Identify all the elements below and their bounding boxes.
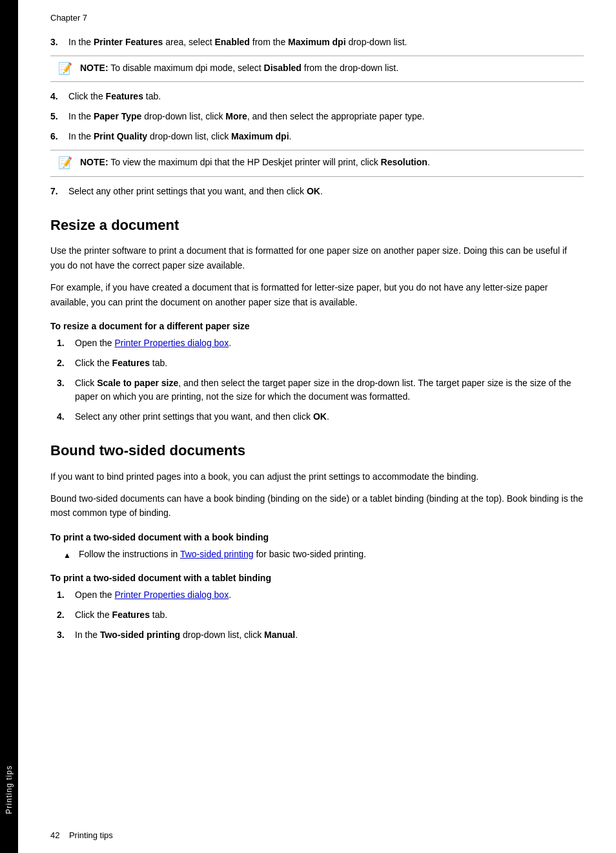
resize-step-3: 3. Click Scale to paper size, and then s… — [57, 376, 584, 404]
two-sided-link[interactable]: Two-sided printing — [180, 549, 254, 559]
bound-subsection2-heading: To print a two-sided document with a tab… — [50, 573, 584, 583]
step-6-num: 6. — [50, 130, 68, 143]
resize-step-3-content: Click Scale to paper size, and then sele… — [75, 376, 584, 404]
step4-bold: Features — [106, 91, 143, 101]
bound-step-2: 2. Click the Features tab. — [57, 608, 584, 622]
resize-step3-bold: Scale to paper size — [97, 378, 178, 388]
bound-step-2-num: 2. — [57, 608, 75, 622]
bound-heading: Bound two-sided documents — [50, 442, 584, 460]
step6-bold1: Print Quality — [94, 131, 147, 141]
resize-para1: Use the printer software to print a docu… — [50, 243, 584, 272]
bound-tablet-steps: 1. Open the Printer Properties dialog bo… — [50, 588, 584, 642]
side-tab: Printing tips — [0, 0, 18, 853]
step-4-content: Click the Features tab. — [68, 90, 584, 103]
bound-step-1-content: Open the Printer Properties dialog box. — [75, 588, 584, 602]
bound-para1: If you want to bind printed pages into a… — [50, 469, 584, 484]
step-5: 5. In the Paper Type drop-down list, cli… — [50, 110, 584, 123]
resize-step-4-content: Select any other print settings that you… — [75, 410, 584, 424]
resize-step4-bold: OK — [313, 411, 327, 422]
note-1: 📝 NOTE: To disable maximum dpi mode, sel… — [50, 56, 584, 82]
step-5-content: In the Paper Type drop-down list, click … — [68, 110, 584, 123]
bound-para2: Bound two-sided documents can have a boo… — [50, 491, 584, 520]
note1-bold: Disabled — [264, 63, 302, 73]
chapter-header: Chapter 7 — [50, 13, 584, 23]
note-1-label: NOTE: — [80, 63, 108, 73]
resize-heading: Resize a document — [50, 216, 584, 235]
step7-bold: OK — [307, 186, 320, 196]
resize-step-1-num: 1. — [57, 336, 75, 350]
main-content: Chapter 7 3. In the Printer Features are… — [18, 0, 616, 853]
bound-step3-bold1: Two-sided printing — [100, 630, 180, 640]
note-icon-2: 📝 — [58, 156, 74, 170]
side-tab-label: Printing tips — [5, 765, 14, 814]
note-1-text: NOTE: To disable maximum dpi mode, selec… — [80, 61, 398, 75]
step-3-content: In the Printer Features area, select Ena… — [68, 36, 584, 49]
step3-bold2: Enabled — [214, 37, 249, 47]
bound-section: Bound two-sided documents If you want to… — [50, 442, 584, 642]
note-icon-1: 📝 — [58, 61, 74, 76]
resize-para2: For example, if you have created a docum… — [50, 280, 584, 309]
resize-step-2-content: Click the Features tab. — [75, 356, 584, 370]
resize-step-1-content: Open the Printer Properties dialog box. — [75, 336, 584, 350]
resize-section: Resize a document Use the printer softwa… — [50, 216, 584, 424]
step-7: 7. Select any other print settings that … — [50, 185, 584, 198]
step-7-num: 7. — [50, 185, 68, 198]
step3-bold1: Printer Features — [94, 37, 163, 47]
bound-book-items: ▲ Follow the instructions in Two-sided p… — [50, 548, 584, 561]
resize-subsection-heading: To resize a document for a different pap… — [50, 321, 584, 331]
resize-step2-bold: Features — [112, 358, 150, 368]
resize-step-2-num: 2. — [57, 356, 75, 370]
step5-bold1: Paper Type — [94, 111, 141, 121]
step-7-content: Select any other print settings that you… — [68, 185, 584, 198]
step3-bold3: Maximum dpi — [288, 37, 345, 47]
bound-step2-bold: Features — [112, 610, 150, 620]
step-6-content: In the Print Quality drop-down list, cli… — [68, 130, 584, 143]
page-footer: 42 Printing tips — [50, 830, 113, 840]
triangle-bullet-icon: ▲ — [63, 550, 79, 561]
resize-step-1: 1. Open the Printer Properties dialog bo… — [57, 336, 584, 350]
resize-step-4-num: 4. — [57, 410, 75, 424]
note-2-label: NOTE: — [80, 157, 108, 167]
footer-page: 42 — [50, 830, 59, 840]
bound-step1-link[interactable]: Printer Properties dialog box — [115, 590, 229, 600]
step-6: 6. In the Print Quality drop-down list, … — [50, 130, 584, 143]
bound-subsection1-heading: To print a two-sided document with a boo… — [50, 532, 584, 542]
bound-step-2-content: Click the Features tab. — [75, 608, 584, 622]
resize-step-3-num: 3. — [57, 376, 75, 404]
step-3: 3. In the Printer Features area, select … — [50, 36, 584, 49]
resize-steps: 1. Open the Printer Properties dialog bo… — [50, 336, 584, 424]
bound-step-1: 1. Open the Printer Properties dialog bo… — [57, 588, 584, 602]
note-2: 📝 NOTE: To view the maximum dpi that the… — [50, 150, 584, 176]
step-4: 4. Click the Features tab. — [50, 90, 584, 103]
resize-step-2: 2. Click the Features tab. — [57, 356, 584, 370]
bound-step-3-content: In the Two-sided printing drop-down list… — [75, 628, 584, 642]
bound-step-1-num: 1. — [57, 588, 75, 602]
bound-bullet-1: ▲ Follow the instructions in Two-sided p… — [57, 548, 584, 561]
step-5-num: 5. — [50, 110, 68, 123]
bound-step-3: 3. In the Two-sided printing drop-down l… — [57, 628, 584, 642]
resize-step1-link[interactable]: Printer Properties dialog box — [115, 338, 229, 348]
note-2-text: NOTE: To view the maximum dpi that the H… — [80, 156, 430, 169]
step-3-num: 3. — [50, 36, 68, 49]
footer-label: Printing tips — [69, 830, 113, 840]
bound-bullet-1-content: Follow the instructions in Two-sided pri… — [79, 548, 584, 561]
resize-step-4: 4. Select any other print settings that … — [57, 410, 584, 424]
note2-bold: Resolution — [381, 157, 427, 167]
bound-step3-bold2: Manual — [264, 630, 295, 640]
step5-bold2: More — [225, 111, 247, 121]
step6-bold2: Maximum dpi — [231, 131, 289, 141]
step-4-num: 4. — [50, 90, 68, 103]
bound-step-3-num: 3. — [57, 628, 75, 642]
